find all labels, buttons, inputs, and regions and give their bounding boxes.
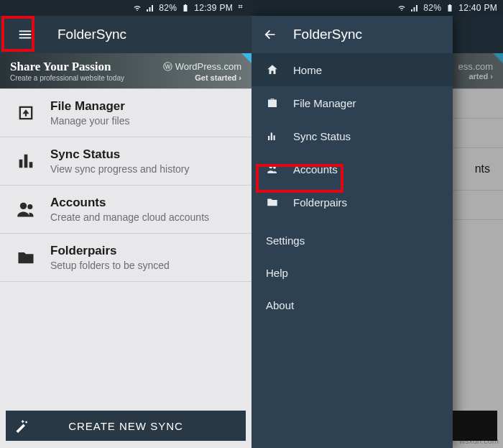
download-box-icon [16, 103, 36, 123]
wifi-icon [397, 4, 406, 12]
drawer-label: Home [293, 64, 322, 76]
clock-text: 12:40 PM [458, 3, 497, 13]
signal-icon [146, 4, 154, 12]
nav-sync-status[interactable]: Sync Status View sync progress and histo… [0, 137, 251, 186]
hamburger-icon [17, 27, 33, 42]
drawer-title: FolderSync [293, 27, 362, 42]
ad-banner[interactable]: Share Your Passion Create a professional… [0, 53, 251, 89]
bottom-button-label: CREATE NEW SYNC [68, 420, 183, 432]
drawer-label: Sync Status [293, 130, 351, 142]
item-title: File Manager [50, 99, 130, 114]
dropbox-icon [237, 4, 246, 12]
item-title: Folderpairs [50, 244, 170, 258]
svg-point-1 [27, 204, 32, 209]
phone-left: 82% 12:39 PM FolderSync Share Your Passi… [0, 0, 251, 448]
drawer-item-accounts[interactable]: Accounts [251, 152, 453, 186]
ad-cta: Get started › [163, 73, 241, 82]
create-new-sync-button[interactable]: CREATE NEW SYNC [6, 411, 246, 441]
item-subtitle: Manage your files [50, 115, 130, 127]
signal-icon [410, 4, 419, 12]
drawer-label: Settings [266, 234, 305, 247]
item-title: Sync Status [50, 147, 190, 162]
svg-point-2 [269, 165, 273, 169]
wifi-icon [133, 4, 142, 12]
nav-drawer: FolderSync Home File Manager Sync Status… [251, 16, 453, 448]
back-arrow-icon[interactable] [263, 27, 277, 42]
drawer-item-help[interactable]: Help [251, 257, 453, 289]
item-title: Accounts [50, 196, 209, 210]
drawer-item-settings[interactable]: Settings [251, 224, 453, 257]
drawer-label: File Manager [293, 97, 356, 109]
folder-icon [16, 247, 36, 268]
menu-button[interactable] [10, 19, 40, 50]
drawer-item-file-manager[interactable]: File Manager [251, 86, 453, 119]
ad-headline: Share Your Passion [10, 60, 124, 74]
ad-brand: WordPress.com [175, 61, 241, 72]
status-bar: 82% 12:39 PM [0, 0, 251, 16]
drawer-header: FolderSync [251, 16, 453, 53]
nav-file-manager[interactable]: File Manager Manage your files [0, 89, 251, 137]
home-icon [266, 63, 279, 76]
svg-point-0 [20, 203, 27, 209]
ad-marker-icon [241, 53, 251, 63]
people-icon [16, 199, 36, 219]
app-bar: FolderSync [0, 16, 251, 53]
drawer-label: About [266, 299, 294, 311]
nav-accounts[interactable]: Accounts Create and manage cloud account… [0, 186, 251, 234]
clock-text: 12:39 PM [194, 3, 233, 13]
battery-icon [446, 4, 454, 12]
app-title: FolderSync [57, 27, 126, 42]
nav-folderpairs[interactable]: Folderpairs Setup folders to be synced [0, 234, 251, 282]
phone-right: 82% 12:40 PM ess.com arted › nts Fol [251, 0, 503, 448]
status-bar: 82% 12:40 PM [251, 0, 503, 16]
briefcase-icon [266, 96, 279, 109]
battery-text: 82% [423, 3, 441, 13]
drawer-item-folderpairs[interactable]: Folderpairs [251, 186, 453, 219]
svg-point-3 [273, 166, 276, 169]
battery-icon [181, 4, 190, 12]
drawer-item-home[interactable]: Home [251, 53, 453, 86]
folder-icon [266, 196, 279, 209]
drawer-item-sync-status[interactable]: Sync Status [251, 119, 453, 152]
drawer-item-about[interactable]: About [251, 289, 453, 321]
drawer-label: Help [266, 267, 288, 279]
drawer-label: Accounts [293, 163, 338, 175]
watermark: wsxdn.com [459, 436, 499, 445]
bar-chart-icon [16, 151, 36, 171]
item-subtitle: Setup folders to be synced [50, 260, 170, 271]
ad-subline: Create a professional website today [10, 74, 124, 82]
bar-chart-icon [266, 129, 279, 142]
battery-text: 82% [159, 3, 177, 13]
people-icon [266, 163, 279, 175]
item-subtitle: Create and manage cloud accounts [50, 211, 209, 223]
drawer-label: Folderpairs [293, 196, 347, 209]
wand-icon [14, 419, 29, 433]
item-subtitle: View sync progress and history [50, 163, 190, 175]
